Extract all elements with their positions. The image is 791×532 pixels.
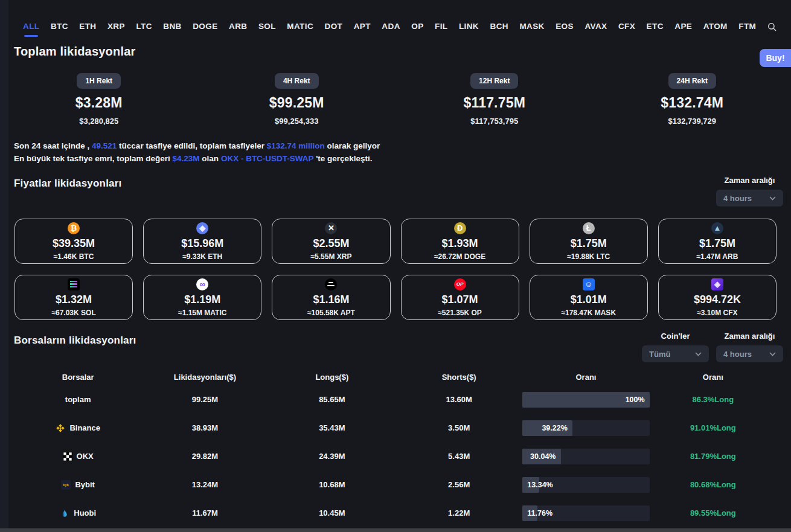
- coin-nav: ALLBTCETHXRPLTCBNBDOGEARBSOLMATICDOTAPTA…: [23, 22, 777, 37]
- summary-segment: Son 24 saat içinde ,: [14, 141, 92, 150]
- summary-highlight[interactable]: 49.521: [92, 141, 117, 150]
- coin-card-cfx[interactable]: ◈$994.72K≈3.10M CFX: [658, 275, 777, 320]
- binance-icon: [56, 423, 65, 433]
- price-section-title: Fiyatlar likidasyonları: [14, 178, 121, 190]
- nav-item-cfx[interactable]: CFX: [618, 22, 635, 31]
- nav-item-bnb[interactable]: BNB: [163, 22, 181, 31]
- nav-item-bch[interactable]: BCH: [490, 22, 508, 31]
- xrp-icon: ✕: [325, 222, 337, 234]
- summary-highlight[interactable]: $4.23M: [173, 154, 200, 163]
- nav-item-btc[interactable]: BTC: [51, 22, 68, 31]
- summary-segment: olarak geliyor: [325, 141, 380, 150]
- page-title: Toplam likidasyonlar: [14, 45, 135, 59]
- long-percentage-cell: 81.79%Long: [650, 452, 777, 461]
- shorts-cell: 1.22M: [396, 508, 522, 518]
- table-row-huobi: Huobi11.67M10.45M1.22M11.76%89.55%Long: [14, 499, 777, 527]
- coin-card-eth[interactable]: ◆$15.96M≈9.33K ETH: [143, 219, 261, 264]
- stat-value: $117.75M: [463, 95, 525, 111]
- total-stat-12h-rekt: 12H Rekt$117.75M$117,753,795: [396, 73, 594, 126]
- total-stat-1h-rekt: 1H Rekt$3.28M$3,280,825: [0, 73, 198, 126]
- price-time-range-dropdown[interactable]: 4 hours: [716, 190, 783, 207]
- nav-item-apt[interactable]: APT: [354, 22, 371, 31]
- coin-card-sol[interactable]: $1.32M≈67.03K SOL: [14, 275, 133, 320]
- nav-item-etc[interactable]: ETC: [647, 22, 664, 31]
- nav-item-all[interactable]: ALL: [23, 22, 39, 37]
- ratio-bar: 100%: [522, 392, 649, 408]
- coin-card-value: $1.93M: [442, 237, 478, 250]
- exchange-name-cell: toplam: [14, 395, 141, 404]
- exchange-name-cell: Huobi: [14, 508, 141, 518]
- coin-card-arb[interactable]: ▲$1.75M≈1.47M ARB: [658, 219, 777, 264]
- nav-item-atom[interactable]: ATOM: [703, 22, 728, 31]
- long-percentage-cell: 80.68%Long: [650, 480, 777, 489]
- bybit-icon: byb: [61, 480, 71, 490]
- coin-card-mask[interactable]: ☺$1.01M≈178.47K MASK: [530, 275, 648, 320]
- ratio-bar-label: 100%: [626, 392, 645, 408]
- coin-card-approx: ≈1.15M MATIC: [178, 309, 226, 317]
- coin-card-value: $994.72K: [694, 293, 741, 306]
- coin-card-op[interactable]: OP$1.07M≈521.35K OP: [401, 275, 519, 320]
- search-icon[interactable]: [767, 22, 777, 31]
- coin-card-matic[interactable]: ∞$1.19M≈1.15M MATIC: [143, 275, 261, 320]
- stat-period-chip: 12H Rekt: [470, 73, 518, 89]
- nav-item-matic[interactable]: MATIC: [287, 22, 313, 31]
- nav-item-arb[interactable]: ARB: [229, 22, 247, 31]
- nav-item-op[interactable]: OP: [411, 22, 423, 31]
- summary-highlight[interactable]: $132.74 million: [267, 141, 325, 150]
- exchange-name: Binance: [69, 423, 100, 432]
- exchange-time-range-dropdown[interactable]: 4 hours: [716, 345, 783, 362]
- column-header-3: Longs($): [269, 373, 396, 382]
- coin-card-doge[interactable]: Ð$1.93M≈26.72M DOGE: [401, 219, 519, 264]
- exchange-table: BorsalarLikidasyonları($)Longs($)Shorts(…: [14, 368, 777, 527]
- nav-item-mask[interactable]: MASK: [519, 22, 544, 31]
- nav-item-dot[interactable]: DOT: [325, 22, 343, 31]
- nav-item-link[interactable]: LINK: [459, 22, 479, 31]
- ratio-bar: 13.34%: [522, 477, 649, 493]
- summary-segment: En büyük tek tasfiye emri, toplam değeri: [14, 154, 173, 163]
- total-stat-4h-rekt: 4H Rekt$99.25M$99,254,333: [198, 73, 396, 126]
- nav-item-ltc[interactable]: LTC: [136, 22, 152, 31]
- nav-item-ftm[interactable]: FTM: [738, 22, 756, 31]
- buy-button[interactable]: Buy!: [760, 49, 791, 67]
- nav-item-eth[interactable]: ETH: [79, 22, 96, 31]
- total-stat-24h-rekt: 24H Rekt$132.74M$132,739,729: [594, 73, 791, 126]
- column-header-2: Likidasyonları($): [141, 373, 268, 382]
- long-percentage-cell: 89.55%Long: [650, 508, 777, 518]
- nav-item-sol[interactable]: SOL: [258, 22, 276, 31]
- stat-value: $99.25M: [269, 95, 324, 111]
- coin-card-approx: ≈5.55M XRP: [310, 252, 351, 261]
- long-percentage-cell: 91.01%Long: [650, 423, 777, 432]
- coin-card-btc[interactable]: ₿$39.35M≈1.46K BTC: [14, 219, 133, 264]
- price-time-range-control: Zaman aralığı 4 hours: [716, 176, 783, 207]
- exchange-name-cell: OKX: [14, 452, 141, 461]
- nav-item-avax[interactable]: AVAX: [584, 22, 607, 31]
- horizontal-scrollbar[interactable]: [0, 528, 791, 532]
- ratio-bar-label: 13.34%: [527, 477, 552, 493]
- coin-card-value: $1.16M: [313, 293, 349, 306]
- summary-line-2: En büyük tek tasfiye emri, toplam değeri…: [14, 152, 380, 165]
- ltc-icon: Ł: [583, 222, 595, 234]
- nav-item-doge[interactable]: DOGE: [193, 22, 217, 31]
- coin-card-xrp[interactable]: ✕$2.55M≈5.55M XRP: [272, 219, 390, 264]
- ratio-bar: 11.76%: [522, 505, 649, 521]
- chevron-down-icon: [695, 352, 702, 356]
- stat-exact-value: $99,254,333: [275, 117, 318, 126]
- nav-item-fil[interactable]: FIL: [435, 22, 447, 31]
- coin-card-approx: ≈178.47K MASK: [561, 309, 616, 317]
- longs-cell: 10.68M: [269, 480, 396, 489]
- summary-highlight[interactable]: OKX - BTC-USDT-SWAP: [221, 154, 314, 163]
- nav-item-eos[interactable]: EOS: [556, 22, 574, 31]
- coins-filter-dropdown[interactable]: Tümü: [642, 345, 709, 362]
- op-icon: OP: [454, 278, 466, 290]
- coins-filter-value: Tümü: [649, 350, 670, 359]
- nav-item-xrp[interactable]: XRP: [107, 22, 125, 31]
- liquidations-cell: 11.67M: [141, 508, 268, 518]
- nav-item-ada[interactable]: ADA: [382, 22, 400, 31]
- chevron-down-icon: [769, 352, 776, 356]
- coin-card-approx: ≈1.46K BTC: [54, 252, 94, 261]
- coin-card-apt[interactable]: $1.16M≈105.58K APT: [272, 275, 390, 320]
- mask-icon: ☺: [583, 278, 595, 290]
- coin-card-ltc[interactable]: Ł$1.75M≈19.88K LTC: [530, 219, 648, 264]
- nav-item-ape[interactable]: APE: [674, 22, 692, 31]
- stat-period-chip: 4H Rekt: [275, 73, 319, 89]
